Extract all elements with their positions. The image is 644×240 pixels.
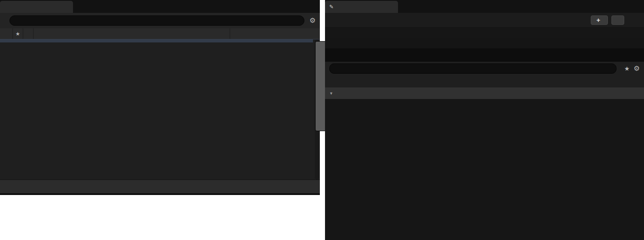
- outliner-scrollbar[interactable]: [315, 39, 319, 180]
- visibility-column-eye-icon[interactable]: [0, 28, 13, 39]
- outliner-settings-gear-icon[interactable]: ⚙: [310, 17, 316, 24]
- outliner-toolbar: ⚙: [0, 13, 320, 28]
- details-panel: ✎ + ★ ⚙ ▼: [325, 0, 644, 240]
- details-pencil-icon: ✎: [329, 4, 334, 10]
- animation-section-header[interactable]: ▼: [325, 87, 644, 99]
- outliner-column-header: ★: [0, 28, 320, 39]
- add-component-button[interactable]: +: [591, 15, 608, 25]
- outliner-tabbar: [0, 0, 320, 13]
- favorites-star-icon[interactable]: ★: [624, 65, 630, 72]
- item-label-column-header[interactable]: [33, 28, 230, 39]
- details-settings-gear-icon[interactable]: ⚙: [634, 65, 640, 72]
- details-name-row: +: [325, 13, 644, 27]
- favorite-column-star-icon[interactable]: ★: [13, 28, 23, 39]
- pin-column-icon[interactable]: [23, 28, 33, 39]
- details-search-row: ★ ⚙: [325, 62, 644, 75]
- details-tab[interactable]: ✎: [325, 1, 398, 13]
- section-expanded-triangle-icon: ▼: [329, 91, 333, 96]
- details-search-input[interactable]: [337, 66, 612, 72]
- instance-row[interactable]: [325, 27, 644, 38]
- outliner-footer: [0, 180, 320, 195]
- component-row[interactable]: [325, 38, 644, 48]
- details-category-tabs: [325, 75, 644, 87]
- component-tree-empty-area: [325, 48, 644, 62]
- details-tabbar: ✎: [325, 0, 644, 13]
- plus-icon: +: [596, 17, 600, 23]
- outliner-search-input[interactable]: [17, 18, 297, 24]
- outliner-search[interactable]: [9, 15, 304, 26]
- outliner-tab[interactable]: [0, 1, 73, 13]
- type-column-header[interactable]: [230, 28, 320, 39]
- details-search[interactable]: [329, 63, 617, 74]
- outliner-tree: [0, 39, 313, 42]
- blueprint-hierarchy-button[interactable]: [611, 15, 624, 25]
- outliner-panel: ⚙ ★: [0, 0, 320, 195]
- partially-scrolled-row: [0, 39, 313, 42]
